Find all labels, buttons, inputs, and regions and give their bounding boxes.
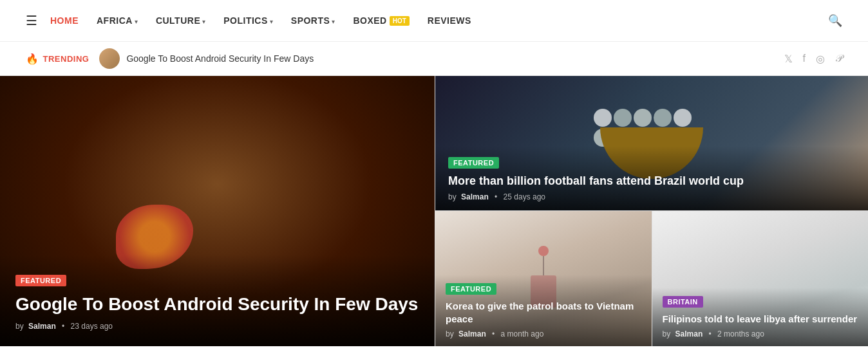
navbar: ☰ HOME AFRICA▾ CULTURE▾ POLITICS▾ SPORTS… (0, 0, 868, 42)
trending-headline[interactable]: Google To Boost Android Security In Few … (126, 53, 314, 64)
nav-item-culture[interactable]: CULTURE▾ (156, 15, 205, 26)
nav-links: HOME AFRICA▾ CULTURE▾ POLITICS▾ SPORTS▾ … (50, 15, 828, 26)
chevron-down-icon: ▾ (135, 18, 138, 25)
time-ago: a month ago (501, 329, 544, 338)
hot-badge: HOT (390, 16, 410, 26)
bottom-right-title: Filipinos told to leave libya after surr… (663, 313, 858, 326)
main-grid: FEATURED Google To Boost Android Securit… (0, 76, 868, 346)
author-name: Salman (675, 329, 703, 338)
featured-badge: FEATURED (15, 275, 66, 286)
bottom-row: FEATURED Korea to give the patrol boats … (435, 211, 868, 346)
time-ago: 25 days ago (504, 192, 545, 201)
author-name: Salman (28, 322, 56, 331)
facebook-icon[interactable]: f (803, 53, 806, 65)
fire-icon: 🔥 (26, 53, 39, 65)
bottom-left-card[interactable]: FEATURED Korea to give the patrol boats … (435, 211, 652, 346)
bottom-left-meta: by Salman • a month ago (446, 329, 641, 338)
by-label: by (663, 329, 671, 338)
trending-label: 🔥 TRENDING (26, 53, 89, 65)
nav-link-sports[interactable]: SPORTS (291, 15, 330, 26)
fruit-item (654, 109, 672, 127)
dot-separator: • (492, 329, 495, 338)
fruit-item (614, 109, 632, 127)
fruit-item (594, 109, 612, 127)
nav-item-home[interactable]: HOME (50, 15, 79, 26)
bottom-left-overlay: FEATURED Korea to give the patrol boats … (435, 275, 652, 347)
flower-stem (543, 256, 544, 275)
dot-separator: • (62, 322, 64, 331)
instagram-icon[interactable]: ◎ (816, 53, 825, 65)
bottom-left-title: Korea to give the patrol boats to Vietna… (446, 300, 641, 326)
nav-link-reviews[interactable]: REVIEWS (428, 15, 471, 26)
top-right-meta: by Salman • 25 days ago (448, 192, 855, 201)
trending-bar: 🔥 TRENDING Google To Boost Android Secur… (0, 42, 868, 76)
nav-item-reviews[interactable]: REVIEWS (428, 15, 471, 26)
flower-head (538, 246, 549, 256)
bottom-right-overlay: BRITAIN Filipinos told to leave libya af… (652, 288, 869, 346)
by-label: by (446, 329, 454, 338)
nav-item-sports[interactable]: SPORTS▾ (291, 15, 335, 26)
nav-link-africa[interactable]: AFRICA (97, 15, 133, 26)
right-column: FEATURED More than billion football fans… (435, 76, 868, 346)
fruit-item (634, 109, 652, 127)
nav-link-boxed[interactable]: BOXED (353, 15, 386, 26)
twitter-icon[interactable]: 𝕏 (784, 53, 793, 65)
search-icon[interactable]: 🔍 (828, 14, 842, 28)
britain-badge: BRITAIN (663, 296, 703, 308)
time-ago: 23 days ago (71, 322, 113, 331)
avatar (99, 48, 120, 69)
by-label: by (448, 192, 457, 201)
by-label: by (15, 322, 24, 331)
nav-item-politics[interactable]: POLITICS▾ (223, 15, 273, 26)
hamburger-icon[interactable]: ☰ (26, 13, 37, 28)
time-ago: 2 months ago (717, 329, 764, 338)
nav-link-home[interactable]: HOME (50, 15, 79, 26)
chevron-down-icon: ▾ (270, 18, 273, 25)
social-icons: 𝕏 f ◎ 𝒫 (784, 53, 842, 65)
featured-big-card[interactable]: FEATURED Google To Boost Android Securit… (0, 76, 435, 346)
dot-separator: • (495, 192, 497, 201)
fruit-item (674, 109, 692, 127)
chevron-down-icon: ▾ (332, 18, 335, 25)
nav-item-africa[interactable]: AFRICA▾ (97, 15, 138, 26)
featured-green-badge: FEATURED (448, 157, 499, 169)
bottom-right-card[interactable]: BRITAIN Filipinos told to leave libya af… (652, 211, 869, 346)
nav-link-politics[interactable]: POLITICS (223, 15, 268, 26)
author-name: Salman (458, 329, 486, 338)
chevron-down-icon: ▾ (202, 18, 205, 25)
nav-link-culture[interactable]: CULTURE (156, 15, 200, 26)
author-name: Salman (461, 192, 489, 201)
trending-text: TRENDING (43, 54, 90, 64)
big-card-title: Google To Boost Android Security In Few … (15, 293, 419, 315)
top-right-title: More than billion football fans attend B… (448, 174, 855, 189)
dot-separator: • (709, 329, 712, 338)
top-right-overlay: FEATURED More than billion football fans… (435, 146, 868, 210)
big-card-meta: by Salman • 23 days ago (15, 322, 419, 331)
nav-item-boxed[interactable]: BOXEDHOT (353, 15, 409, 26)
big-card-overlay: FEATURED Google To Boost Android Securit… (0, 255, 435, 346)
top-right-card[interactable]: FEATURED More than billion football fans… (435, 76, 868, 211)
featured-green-badge: FEATURED (446, 283, 496, 295)
bottom-right-meta: by Salman • 2 months ago (663, 329, 858, 338)
pinterest-icon[interactable]: 𝒫 (835, 53, 842, 65)
